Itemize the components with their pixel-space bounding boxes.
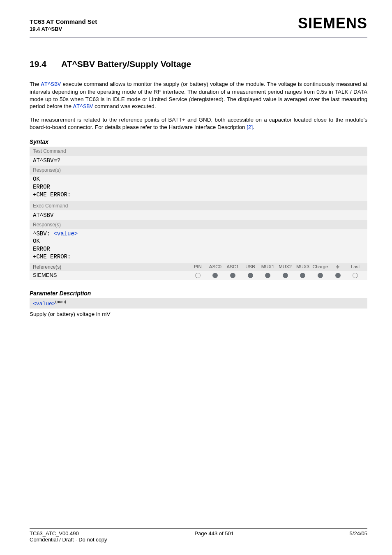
- paragraph-2: The measurement is related to the refere…: [30, 116, 367, 131]
- dot-asc0: [207, 272, 224, 278]
- dot-usb: [242, 272, 259, 278]
- page-header: TC63 AT Command Set 19.4 AT^SBV SIEMENS: [30, 15, 367, 32]
- paragraph-1: The AT^SBV execute command allows to mon…: [30, 81, 367, 111]
- param-superscript: (num): [55, 299, 66, 304]
- col-mux2: MUX2: [277, 264, 294, 270]
- reference-link-2[interactable]: [2]: [247, 124, 253, 130]
- availability-dots: [189, 272, 364, 278]
- dot-pin: [189, 272, 207, 278]
- col-mux1: MUX1: [259, 264, 277, 270]
- section-title: AT^SBV Battery/Supply Voltage: [61, 59, 191, 69]
- exec-command-code: AT^SBV: [30, 210, 367, 220]
- param-name-value[interactable]: <value>: [33, 301, 55, 307]
- exec-response-label: Response(s): [30, 220, 367, 229]
- atsbv-link-1[interactable]: AT^SBV: [41, 81, 61, 88]
- doc-title: TC63 AT Command Set: [30, 18, 97, 25]
- atsbv-link-2[interactable]: AT^SBV: [73, 104, 93, 110]
- dot-mux3: [294, 272, 312, 278]
- footer-left-line2: Confidential / Draft - Do not copy: [30, 537, 367, 543]
- col-usb: USB: [242, 264, 259, 270]
- dot-charge: [311, 272, 329, 278]
- references-value: SIEMENS: [33, 272, 189, 278]
- dot-mux1: [259, 272, 277, 278]
- param-description-text: Supply (or battery) voltage in mV: [30, 311, 367, 317]
- page-footer: TC63_ATC_V00.490 Page 443 of 501 5/24/05…: [30, 528, 367, 543]
- para1-text-c: command was executed.: [93, 103, 156, 109]
- reference-data-row: SIEMENS: [30, 271, 367, 280]
- dot-asc1: [224, 272, 242, 278]
- para2-text-a: The measurement is related to the refere…: [30, 117, 367, 130]
- reference-header-row: Reference(s) PIN ASC0 ASC1 USB MUX1 MUX2…: [30, 263, 367, 271]
- exec-command-label: Exec Command: [30, 201, 367, 210]
- col-pin: PIN: [189, 264, 207, 270]
- exec-resp-post: OK ERROR +CME ERROR:: [33, 238, 71, 260]
- para1-text-a: The: [30, 81, 41, 87]
- availability-columns-header: PIN ASC0 ASC1 USB MUX1 MUX2 MUX3 Charge …: [189, 264, 364, 270]
- doc-subtitle: 19.4 AT^SBV: [30, 26, 97, 32]
- col-last: Last: [346, 264, 364, 270]
- siemens-logo: SIEMENS: [298, 15, 367, 32]
- test-command-label: Test Command: [30, 147, 367, 156]
- exec-resp-pre: ^SBV:: [33, 230, 53, 237]
- col-mux3: MUX3: [294, 264, 312, 270]
- section-heading: 19.4 AT^SBV Battery/Supply Voltage: [30, 59, 367, 69]
- parameter-name-row: <value>(num): [30, 298, 367, 308]
- test-response-body: OK ERROR +CME ERROR:: [30, 175, 367, 201]
- test-response-label: Response(s): [30, 166, 367, 175]
- parameter-description-heading: Parameter Description: [30, 290, 367, 297]
- footer-right: 5/24/05: [350, 530, 367, 537]
- references-label: Reference(s): [33, 264, 189, 270]
- header-divider: [30, 37, 367, 38]
- section-number: 19.4: [30, 59, 59, 69]
- syntax-table: Test Command AT^SBV=? Response(s) OK ERR…: [30, 147, 367, 280]
- exec-response-body: ^SBV: <value> OK ERROR +CME ERROR:: [30, 229, 367, 264]
- syntax-heading: Syntax: [30, 138, 367, 145]
- footer-left: TC63_ATC_V00.490: [30, 530, 79, 537]
- test-command-code: AT^SBV=?: [30, 156, 367, 166]
- col-asc0: ASC0: [207, 264, 224, 270]
- col-asc1: ASC1: [224, 264, 242, 270]
- dot-airplane: [329, 272, 347, 278]
- col-charge: Charge: [311, 264, 329, 270]
- footer-divider: [30, 528, 367, 529]
- para2-text-b: .: [253, 124, 254, 130]
- footer-center: Page 443 of 501: [194, 530, 233, 537]
- dot-last: [346, 272, 364, 278]
- header-left-block: TC63 AT Command Set 19.4 AT^SBV: [30, 18, 97, 32]
- airplane-icon: ✈: [329, 264, 347, 270]
- dot-mux2: [277, 272, 294, 278]
- value-placeholder-link[interactable]: <value>: [53, 230, 78, 237]
